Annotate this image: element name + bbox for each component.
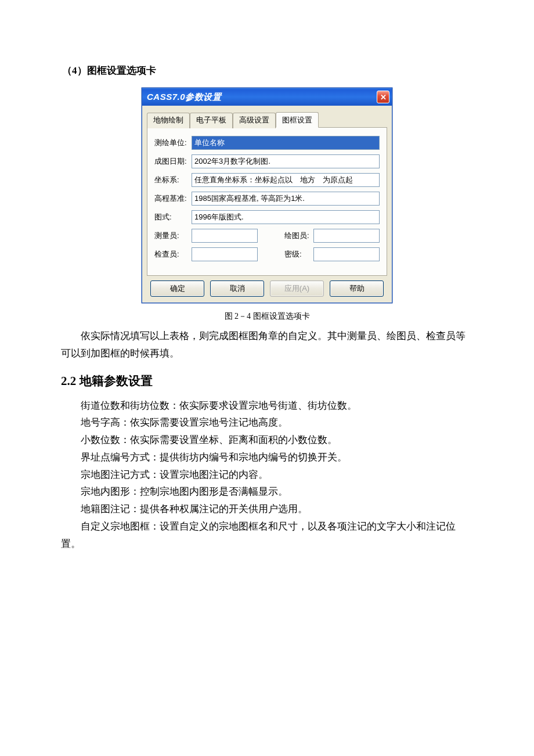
row-coord: 坐标系: 任意直角坐标系：坐标起点以 地方 为原点起 — [154, 173, 380, 187]
row-checker-secret: 检查员: 密级: — [154, 247, 380, 261]
para-decimal-places: 小数位数：依实际需要设置坐标、距离和面积的小数位数。 — [61, 431, 473, 449]
dialog-titlebar: CASS7.0参数设置 ✕ — [142, 88, 392, 106]
input-coord[interactable]: 任意直角坐标系：坐标起点以 地方 为原点起 — [192, 173, 380, 187]
para-cadastral-annotation: 地籍图注记：提供各种权属注记的开关供用户选用。 — [61, 501, 473, 518]
dialog-screenshot: CASS7.0参数设置 ✕ 地物绘制 电子平板 高级设置 图框设置 测绘单位: … — [142, 88, 392, 303]
input-datum[interactable]: 1985国家高程基准, 等高距为1米. — [192, 192, 380, 206]
row-date: 成图日期: 2002年3月数字化制图. — [154, 154, 380, 168]
ok-button[interactable]: 确定 — [150, 280, 204, 297]
help-button[interactable]: 帮助 — [330, 280, 384, 297]
label-datum: 高程基准: — [154, 193, 192, 204]
row-unit: 测绘单位: 单位名称 — [154, 136, 380, 150]
close-icon: ✕ — [380, 93, 387, 102]
label-style: 图式: — [154, 212, 192, 222]
input-date[interactable]: 2002年3月数字化制图. — [192, 154, 380, 168]
para-street-digits: 街道位数和街坊位数：依实际要求设置宗地号街道、街坊位数。 — [61, 397, 473, 415]
input-secret[interactable] — [313, 247, 380, 261]
dialog-button-row: 确定 取消 应用(A) 帮助 — [147, 276, 387, 298]
para-boundary-number: 界址点编号方式：提供街坊内编号和宗地内编号的切换开关。 — [61, 449, 473, 466]
input-checker[interactable] — [192, 247, 258, 261]
tab-strip: 地物绘制 电子平板 高级设置 图框设置 — [147, 111, 387, 128]
document-page: （4）图框设置选项卡 CASS7.0参数设置 ✕ 地物绘制 电子平板 高级设置 … — [0, 0, 534, 587]
tab-feature-draw[interactable]: 地物绘制 — [147, 113, 190, 128]
row-datum: 高程基准: 1985国家高程基准, 等高距为1米. — [154, 192, 380, 206]
figure-caption: 图 2－4 图框设置选项卡 — [61, 311, 473, 322]
row-style: 图式: 1996年版图式. — [154, 210, 380, 224]
label-drafter: 绘图员: — [284, 231, 313, 241]
para-parcel-annotation: 宗地图注记方式：设置宗地图注记的内容。 — [61, 466, 473, 484]
paragraph-after-figure: 依实际情况填写以上表格，则完成图框图角章的自定义。其中测量员、绘图员、检查员等可… — [61, 327, 473, 362]
row-surveyor-drafter: 测量员: 绘图员: — [154, 229, 380, 243]
section-heading: （4）图框设置选项卡 — [62, 64, 473, 77]
label-date: 成图日期: — [154, 156, 192, 167]
apply-button: 应用(A) — [270, 280, 324, 297]
input-drafter[interactable] — [313, 229, 380, 243]
tab-electronic-board[interactable]: 电子平板 — [190, 113, 233, 128]
para-custom-frame: 自定义宗地图框：设置自定义的宗地图框名和尺寸，以及各项注记的文字大小和注记位置。 — [61, 518, 473, 553]
label-secret: 密级: — [284, 249, 313, 260]
label-unit: 测绘单位: — [154, 138, 192, 148]
para-parcel-graphics: 宗地内图形：控制宗地图内图形是否满幅显示。 — [61, 483, 473, 501]
label-surveyor: 测量员: — [154, 231, 192, 241]
dialog-body: 地物绘制 电子平板 高级设置 图框设置 测绘单位: 单位名称 成图日期: 200… — [142, 106, 392, 303]
close-button[interactable]: ✕ — [377, 91, 389, 103]
dialog-title: CASS7.0参数设置 — [147, 92, 221, 103]
para-lot-font-height: 地号字高：依实际需要设置宗地号注记地高度。 — [61, 414, 473, 431]
tab-panel-frame: 测绘单位: 单位名称 成图日期: 2002年3月数字化制图. 坐标系: 任意直角… — [147, 128, 387, 276]
section-2-2-heading: 2.2 地籍参数设置 — [61, 373, 473, 389]
label-coord: 坐标系: — [154, 175, 192, 185]
tab-advanced[interactable]: 高级设置 — [233, 113, 276, 128]
cancel-button[interactable]: 取消 — [210, 280, 264, 297]
input-style[interactable]: 1996年版图式. — [192, 210, 380, 224]
input-unit[interactable]: 单位名称 — [192, 136, 380, 150]
label-checker: 检查员: — [154, 249, 192, 260]
settings-dialog: CASS7.0参数设置 ✕ 地物绘制 电子平板 高级设置 图框设置 测绘单位: … — [142, 88, 392, 303]
input-surveyor[interactable] — [192, 229, 258, 243]
tab-frame-settings[interactable]: 图框设置 — [276, 112, 319, 128]
